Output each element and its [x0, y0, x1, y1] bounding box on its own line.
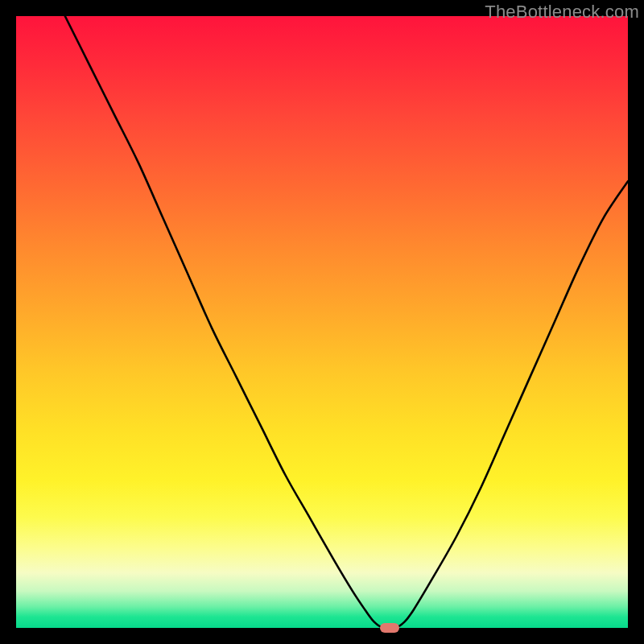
watermark-text: TheBottleneck.com: [485, 2, 639, 23]
bottleneck-curve: [16, 16, 628, 628]
chart-plot-area: [16, 16, 628, 628]
chart-frame: TheBottleneck.com: [0, 0, 644, 644]
optimal-marker: [380, 623, 399, 633]
